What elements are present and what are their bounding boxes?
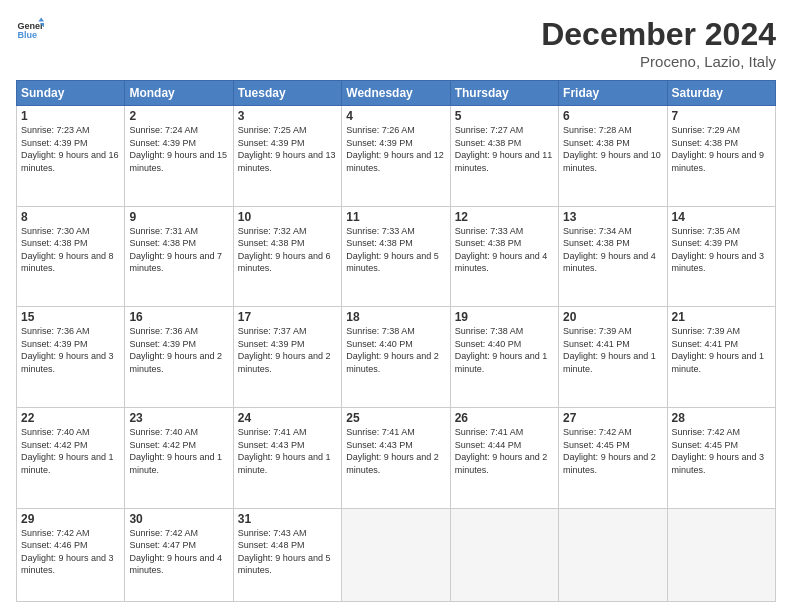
day-number: 10: [238, 210, 337, 224]
day-number: 3: [238, 109, 337, 123]
table-row: 6 Sunrise: 7:28 AM Sunset: 4:38 PM Dayli…: [559, 106, 667, 207]
table-row: 21 Sunrise: 7:39 AM Sunset: 4:41 PM Dayl…: [667, 307, 775, 408]
day-info: Sunrise: 7:39 AM Sunset: 4:41 PM Dayligh…: [563, 326, 656, 374]
day-number: 22: [21, 411, 120, 425]
table-row: 28 Sunrise: 7:42 AM Sunset: 4:45 PM Dayl…: [667, 407, 775, 508]
table-row: 10 Sunrise: 7:32 AM Sunset: 4:38 PM Dayl…: [233, 206, 341, 307]
day-number: 16: [129, 310, 228, 324]
table-row: 22 Sunrise: 7:40 AM Sunset: 4:42 PM Dayl…: [17, 407, 125, 508]
day-number: 1: [21, 109, 120, 123]
table-row: 23 Sunrise: 7:40 AM Sunset: 4:42 PM Dayl…: [125, 407, 233, 508]
col-tuesday: Tuesday: [233, 81, 341, 106]
day-number: 5: [455, 109, 554, 123]
day-info: Sunrise: 7:36 AM Sunset: 4:39 PM Dayligh…: [129, 326, 222, 374]
table-row: 24 Sunrise: 7:41 AM Sunset: 4:43 PM Dayl…: [233, 407, 341, 508]
day-info: Sunrise: 7:30 AM Sunset: 4:38 PM Dayligh…: [21, 226, 114, 274]
table-row: 4 Sunrise: 7:26 AM Sunset: 4:39 PM Dayli…: [342, 106, 450, 207]
table-row: 8 Sunrise: 7:30 AM Sunset: 4:38 PM Dayli…: [17, 206, 125, 307]
table-row: 26 Sunrise: 7:41 AM Sunset: 4:44 PM Dayl…: [450, 407, 558, 508]
table-row: 3 Sunrise: 7:25 AM Sunset: 4:39 PM Dayli…: [233, 106, 341, 207]
table-row: 18 Sunrise: 7:38 AM Sunset: 4:40 PM Dayl…: [342, 307, 450, 408]
calendar-header-row: Sunday Monday Tuesday Wednesday Thursday…: [17, 81, 776, 106]
day-info: Sunrise: 7:42 AM Sunset: 4:46 PM Dayligh…: [21, 528, 114, 576]
day-number: 8: [21, 210, 120, 224]
table-row: 7 Sunrise: 7:29 AM Sunset: 4:38 PM Dayli…: [667, 106, 775, 207]
table-row: 11 Sunrise: 7:33 AM Sunset: 4:38 PM Dayl…: [342, 206, 450, 307]
day-number: 24: [238, 411, 337, 425]
day-number: 6: [563, 109, 662, 123]
day-number: 20: [563, 310, 662, 324]
day-info: Sunrise: 7:37 AM Sunset: 4:39 PM Dayligh…: [238, 326, 331, 374]
day-number: 15: [21, 310, 120, 324]
table-row: 9 Sunrise: 7:31 AM Sunset: 4:38 PM Dayli…: [125, 206, 233, 307]
day-number: 11: [346, 210, 445, 224]
table-row: 17 Sunrise: 7:37 AM Sunset: 4:39 PM Dayl…: [233, 307, 341, 408]
table-row: 2 Sunrise: 7:24 AM Sunset: 4:39 PM Dayli…: [125, 106, 233, 207]
day-info: Sunrise: 7:41 AM Sunset: 4:44 PM Dayligh…: [455, 427, 548, 475]
table-row: 27 Sunrise: 7:42 AM Sunset: 4:45 PM Dayl…: [559, 407, 667, 508]
day-number: 29: [21, 512, 120, 526]
table-row: 1 Sunrise: 7:23 AM Sunset: 4:39 PM Dayli…: [17, 106, 125, 207]
table-row: 30 Sunrise: 7:42 AM Sunset: 4:47 PM Dayl…: [125, 508, 233, 601]
day-number: 9: [129, 210, 228, 224]
day-info: Sunrise: 7:38 AM Sunset: 4:40 PM Dayligh…: [455, 326, 548, 374]
day-number: 14: [672, 210, 771, 224]
logo: General Blue: [16, 16, 44, 44]
col-saturday: Saturday: [667, 81, 775, 106]
table-row: 31 Sunrise: 7:43 AM Sunset: 4:48 PM Dayl…: [233, 508, 341, 601]
table-row: 16 Sunrise: 7:36 AM Sunset: 4:39 PM Dayl…: [125, 307, 233, 408]
table-row: [667, 508, 775, 601]
logo-icon: General Blue: [16, 16, 44, 44]
day-info: Sunrise: 7:27 AM Sunset: 4:38 PM Dayligh…: [455, 125, 553, 173]
main-title: December 2024: [541, 16, 776, 53]
day-info: Sunrise: 7:40 AM Sunset: 4:42 PM Dayligh…: [21, 427, 114, 475]
day-info: Sunrise: 7:41 AM Sunset: 4:43 PM Dayligh…: [238, 427, 331, 475]
day-info: Sunrise: 7:33 AM Sunset: 4:38 PM Dayligh…: [455, 226, 548, 274]
day-number: 23: [129, 411, 228, 425]
day-info: Sunrise: 7:36 AM Sunset: 4:39 PM Dayligh…: [21, 326, 114, 374]
day-number: 12: [455, 210, 554, 224]
day-info: Sunrise: 7:35 AM Sunset: 4:39 PM Dayligh…: [672, 226, 765, 274]
day-number: 27: [563, 411, 662, 425]
day-info: Sunrise: 7:42 AM Sunset: 4:47 PM Dayligh…: [129, 528, 222, 576]
day-info: Sunrise: 7:33 AM Sunset: 4:38 PM Dayligh…: [346, 226, 439, 274]
table-row: 14 Sunrise: 7:35 AM Sunset: 4:39 PM Dayl…: [667, 206, 775, 307]
day-number: 4: [346, 109, 445, 123]
col-monday: Monday: [125, 81, 233, 106]
table-row: 5 Sunrise: 7:27 AM Sunset: 4:38 PM Dayli…: [450, 106, 558, 207]
day-number: 31: [238, 512, 337, 526]
day-info: Sunrise: 7:23 AM Sunset: 4:39 PM Dayligh…: [21, 125, 119, 173]
table-row: 19 Sunrise: 7:38 AM Sunset: 4:40 PM Dayl…: [450, 307, 558, 408]
subtitle: Proceno, Lazio, Italy: [541, 53, 776, 70]
col-wednesday: Wednesday: [342, 81, 450, 106]
svg-text:Blue: Blue: [17, 30, 37, 40]
svg-text:General: General: [17, 21, 44, 31]
day-info: Sunrise: 7:41 AM Sunset: 4:43 PM Dayligh…: [346, 427, 439, 475]
day-info: Sunrise: 7:28 AM Sunset: 4:38 PM Dayligh…: [563, 125, 661, 173]
day-info: Sunrise: 7:29 AM Sunset: 4:38 PM Dayligh…: [672, 125, 765, 173]
day-number: 26: [455, 411, 554, 425]
svg-marker-2: [38, 17, 44, 21]
day-info: Sunrise: 7:42 AM Sunset: 4:45 PM Dayligh…: [563, 427, 656, 475]
table-row: [342, 508, 450, 601]
day-info: Sunrise: 7:24 AM Sunset: 4:39 PM Dayligh…: [129, 125, 227, 173]
day-info: Sunrise: 7:25 AM Sunset: 4:39 PM Dayligh…: [238, 125, 336, 173]
day-info: Sunrise: 7:34 AM Sunset: 4:38 PM Dayligh…: [563, 226, 656, 274]
day-number: 13: [563, 210, 662, 224]
day-info: Sunrise: 7:42 AM Sunset: 4:45 PM Dayligh…: [672, 427, 765, 475]
day-info: Sunrise: 7:31 AM Sunset: 4:38 PM Dayligh…: [129, 226, 222, 274]
table-row: 20 Sunrise: 7:39 AM Sunset: 4:41 PM Dayl…: [559, 307, 667, 408]
day-info: Sunrise: 7:43 AM Sunset: 4:48 PM Dayligh…: [238, 528, 331, 576]
title-block: December 2024 Proceno, Lazio, Italy: [541, 16, 776, 70]
table-row: 15 Sunrise: 7:36 AM Sunset: 4:39 PM Dayl…: [17, 307, 125, 408]
table-row: 25 Sunrise: 7:41 AM Sunset: 4:43 PM Dayl…: [342, 407, 450, 508]
table-row: 29 Sunrise: 7:42 AM Sunset: 4:46 PM Dayl…: [17, 508, 125, 601]
col-friday: Friday: [559, 81, 667, 106]
day-info: Sunrise: 7:32 AM Sunset: 4:38 PM Dayligh…: [238, 226, 331, 274]
table-row: [559, 508, 667, 601]
col-thursday: Thursday: [450, 81, 558, 106]
table-row: 12 Sunrise: 7:33 AM Sunset: 4:38 PM Dayl…: [450, 206, 558, 307]
day-number: 7: [672, 109, 771, 123]
day-number: 2: [129, 109, 228, 123]
day-number: 18: [346, 310, 445, 324]
